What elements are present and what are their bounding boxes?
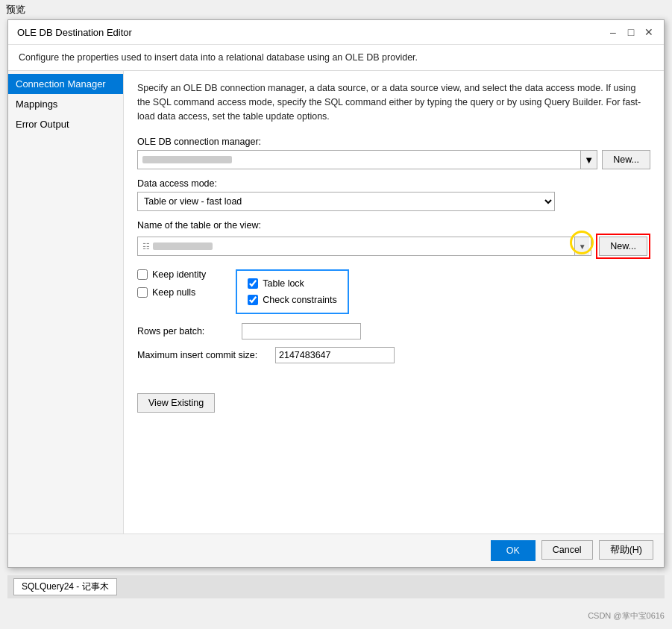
connection-manager-label: OLE DB connection manager: bbox=[137, 137, 650, 147]
rows-per-batch-input[interactable] bbox=[242, 323, 361, 339]
main-content: Specify an OLE DB connection manager, a … bbox=[124, 71, 664, 533]
keep-identity-label: Keep identity bbox=[152, 269, 206, 280]
keep-nulls-checkbox[interactable] bbox=[137, 287, 148, 298]
keep-nulls-row: Keep nulls bbox=[137, 287, 206, 298]
preview-label: 预览 bbox=[6, 3, 25, 16]
new-button-red-highlight: New... bbox=[596, 234, 650, 259]
connection-dropdown-arrow[interactable]: ▼ bbox=[580, 151, 597, 169]
cancel-button[interactable]: Cancel bbox=[541, 540, 593, 560]
dialog-titlebar: OLE DB Destination Editor – □ ✕ bbox=[8, 20, 664, 45]
max-insert-label: Maximum insert commit size: bbox=[137, 350, 268, 360]
taskbar-item-sqlquery[interactable]: SQLQuery24 - 记事木 bbox=[13, 578, 117, 595]
table-name-wrapper: ☷ ▼ New... bbox=[137, 234, 650, 259]
minimize-button[interactable]: – bbox=[607, 26, 619, 38]
data-access-select[interactable]: Table or view - fast load bbox=[137, 192, 555, 211]
table-name-label: Name of the table or the view: bbox=[137, 220, 650, 231]
connection-manager-select[interactable]: ▼ bbox=[137, 150, 597, 169]
section-description: Specify an OLE DB connection manager, a … bbox=[137, 81, 650, 123]
data-access-row: Table or view - fast load bbox=[137, 192, 650, 211]
data-access-group: Data access mode: Table or view - fast l… bbox=[137, 178, 650, 211]
left-options: Keep identity Keep nulls bbox=[137, 269, 206, 314]
dialog-footer: OK Cancel 帮助(H) bbox=[8, 533, 664, 567]
sidebar-item-error-output[interactable]: Error Output bbox=[8, 114, 123, 134]
rows-per-batch-label: Rows per batch: bbox=[137, 326, 234, 337]
options-row: Keep identity Keep nulls Table lock bbox=[137, 269, 650, 314]
taskbar-sqlquery-label: SQLQuery24 - 记事木 bbox=[22, 581, 109, 592]
dialog-window: OLE DB Destination Editor – □ ✕ Configur… bbox=[7, 19, 665, 568]
table-grid-icon: ☷ bbox=[142, 242, 150, 251]
sidebar-item-connection-manager[interactable]: Connection Manager bbox=[8, 74, 123, 94]
check-constraints-label: Check constraints bbox=[263, 295, 336, 305]
keep-identity-checkbox[interactable] bbox=[137, 269, 148, 280]
close-button[interactable]: ✕ bbox=[643, 26, 655, 38]
table-dropdown-arrow[interactable]: ▼ bbox=[574, 237, 589, 255]
preview-bar: 预览 bbox=[0, 0, 672, 19]
view-existing-button[interactable]: View Existing bbox=[137, 393, 215, 413]
taskbar: SQLQuery24 - 记事木 bbox=[7, 575, 665, 598]
titlebar-controls: – □ ✕ bbox=[607, 26, 655, 38]
bottom-btn-area: View Existing bbox=[137, 386, 650, 413]
table-name-group: Name of the table or the view: ☷ ▼ New..… bbox=[137, 220, 650, 259]
keep-nulls-label: Keep nulls bbox=[152, 287, 195, 298]
help-button[interactable]: 帮助(H) bbox=[599, 540, 653, 560]
keep-identity-row: Keep identity bbox=[137, 269, 206, 280]
connection-manager-group: OLE DB connection manager: ▼ New... bbox=[137, 137, 650, 169]
connection-manager-row: ▼ New... bbox=[137, 150, 650, 169]
right-options-blue-box: Table lock Check constraints bbox=[236, 269, 348, 314]
table-lock-label: Table lock bbox=[263, 278, 304, 289]
watermark: CSDN @掌中宝0616 bbox=[588, 610, 665, 622]
dialog-description: Configure the properties used to insert … bbox=[8, 45, 664, 71]
connection-new-button[interactable]: New... bbox=[602, 150, 650, 169]
ok-button[interactable]: OK bbox=[491, 540, 536, 561]
table-name-input[interactable]: ☷ ▼ bbox=[137, 237, 591, 256]
check-constraints-row: Check constraints bbox=[248, 295, 336, 305]
max-insert-group: Maximum insert commit size: bbox=[137, 347, 650, 363]
table-lock-checkbox[interactable] bbox=[248, 278, 258, 289]
sidebar-item-mappings[interactable]: Mappings bbox=[8, 94, 123, 114]
rows-per-batch-group: Rows per batch: bbox=[137, 323, 650, 339]
max-insert-input[interactable] bbox=[275, 347, 395, 363]
dialog-body: Connection Manager Mappings Error Output… bbox=[8, 71, 664, 533]
check-constraints-checkbox[interactable] bbox=[248, 295, 258, 305]
dialog-title: OLE DB Destination Editor bbox=[17, 27, 132, 38]
sidebar: Connection Manager Mappings Error Output bbox=[8, 71, 124, 533]
table-new-button[interactable]: New... bbox=[599, 237, 647, 256]
blurred-table-name bbox=[153, 242, 213, 250]
blurred-connection-name bbox=[142, 156, 232, 163]
data-access-label: Data access mode: bbox=[137, 178, 650, 189]
table-lock-row: Table lock bbox=[248, 278, 336, 289]
maximize-button[interactable]: □ bbox=[625, 26, 637, 38]
